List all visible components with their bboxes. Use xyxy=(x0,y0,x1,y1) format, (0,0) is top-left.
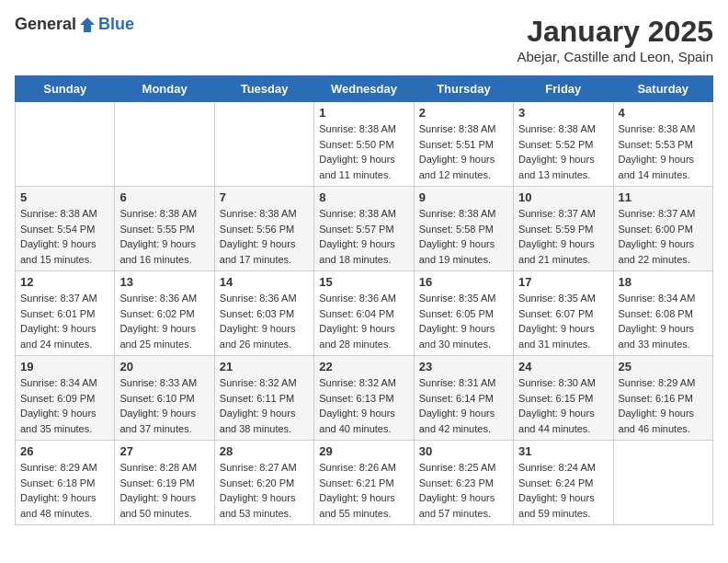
day-info-line: Sunrise: 8:31 AM xyxy=(419,375,508,391)
day-info-line: Sunrise: 8:38 AM xyxy=(220,206,309,222)
day-info-line: Sunrise: 8:38 AM xyxy=(518,121,608,137)
day-info: Sunrise: 8:37 AMSunset: 6:01 PMDaylight:… xyxy=(20,291,109,351)
day-number: 1 xyxy=(319,106,408,120)
day-info-line: Sunrise: 8:29 AM xyxy=(619,375,708,391)
day-info-line: Sunset: 6:20 PM xyxy=(220,476,309,491)
day-number: 11 xyxy=(619,190,708,204)
day-info-line: Sunset: 6:07 PM xyxy=(518,306,608,322)
day-info-line: Sunrise: 8:30 AM xyxy=(518,375,608,391)
calendar-week-1: 1Sunrise: 8:38 AMSunset: 5:50 PMDaylight… xyxy=(16,102,713,187)
day-info-line: Sunrise: 8:32 AM xyxy=(319,375,408,391)
day-info-line: Daylight: 9 hours and 46 minutes. xyxy=(619,406,708,436)
logo-general: General xyxy=(15,15,76,34)
day-info-line: Sunset: 6:04 PM xyxy=(319,306,408,322)
day-info: Sunrise: 8:27 AMSunset: 6:20 PMDaylight:… xyxy=(220,460,309,521)
day-info: Sunrise: 8:36 AMSunset: 6:04 PMDaylight:… xyxy=(319,291,408,351)
calendar-cell xyxy=(613,441,712,525)
day-info: Sunrise: 8:30 AMSunset: 6:15 PMDaylight:… xyxy=(518,375,608,436)
day-info-line: Sunrise: 8:38 AM xyxy=(619,121,708,137)
calendar-body: 1Sunrise: 8:38 AMSunset: 5:50 PMDaylight… xyxy=(16,102,713,525)
day-info-line: Daylight: 9 hours and 57 minutes. xyxy=(419,490,508,521)
day-info-line: Sunrise: 8:36 AM xyxy=(220,291,309,306)
day-number: 18 xyxy=(619,275,708,289)
day-info-line: Daylight: 9 hours and 31 minutes. xyxy=(518,321,608,351)
calendar-cell: 5Sunrise: 8:38 AMSunset: 5:54 PMDaylight… xyxy=(16,187,115,271)
day-info-line: Daylight: 9 hours and 44 minutes. xyxy=(518,406,608,436)
day-info-line: Daylight: 9 hours and 30 minutes. xyxy=(419,321,508,351)
day-number: 14 xyxy=(220,275,309,289)
day-info-line: Sunset: 6:03 PM xyxy=(220,306,309,322)
day-info-line: Sunrise: 8:34 AM xyxy=(619,291,708,306)
calendar-cell: 4Sunrise: 8:38 AMSunset: 5:53 PMDaylight… xyxy=(613,102,712,187)
calendar-cell: 30Sunrise: 8:25 AMSunset: 6:23 PMDayligh… xyxy=(414,441,513,525)
day-info-line: Daylight: 9 hours and 24 minutes. xyxy=(20,321,109,351)
day-info-line: Sunrise: 8:26 AM xyxy=(319,460,408,476)
day-number: 12 xyxy=(20,275,109,289)
day-info: Sunrise: 8:38 AMSunset: 5:56 PMDaylight:… xyxy=(220,206,309,267)
day-info-line: Sunset: 5:50 PM xyxy=(319,137,408,153)
day-info-line: Daylight: 9 hours and 33 minutes. xyxy=(619,321,708,351)
day-info-line: Sunset: 6:19 PM xyxy=(119,476,209,491)
day-info-line: Daylight: 9 hours and 19 minutes. xyxy=(419,236,508,267)
day-number: 7 xyxy=(220,190,309,204)
day-info-line: Sunrise: 8:27 AM xyxy=(220,460,309,476)
day-info-line: Sunrise: 8:38 AM xyxy=(419,121,508,137)
day-info: Sunrise: 8:35 AMSunset: 6:05 PMDaylight:… xyxy=(419,291,508,351)
day-info-line: Daylight: 9 hours and 14 minutes. xyxy=(619,152,708,182)
day-info: Sunrise: 8:32 AMSunset: 6:11 PMDaylight:… xyxy=(220,375,309,436)
calendar-cell: 15Sunrise: 8:36 AMSunset: 6:04 PMDayligh… xyxy=(314,271,414,356)
day-info-line: Sunset: 5:55 PM xyxy=(119,222,209,237)
calendar-cell: 7Sunrise: 8:38 AMSunset: 5:56 PMDaylight… xyxy=(214,187,313,271)
day-info-line: Daylight: 9 hours and 28 minutes. xyxy=(319,321,408,351)
day-info: Sunrise: 8:38 AMSunset: 5:53 PMDaylight:… xyxy=(619,121,708,182)
day-info-line: Sunset: 5:59 PM xyxy=(518,222,608,237)
day-info-line: Daylight: 9 hours and 22 minutes. xyxy=(619,236,708,267)
calendar-cell: 17Sunrise: 8:35 AMSunset: 6:07 PMDayligh… xyxy=(514,271,613,356)
day-number: 9 xyxy=(419,190,508,204)
page-header: General Blue January 2025 Abejar, Castil… xyxy=(15,15,713,64)
calendar-header: SundayMondayTuesdayWednesdayThursdayFrid… xyxy=(16,76,713,102)
day-number: 23 xyxy=(419,360,508,373)
day-info-line: Daylight: 9 hours and 59 minutes. xyxy=(518,490,608,521)
main-title: January 2025 xyxy=(518,15,713,49)
calendar-cell: 24Sunrise: 8:30 AMSunset: 6:15 PMDayligh… xyxy=(514,356,613,441)
day-number: 25 xyxy=(619,360,708,373)
day-number: 15 xyxy=(319,275,408,289)
day-info: Sunrise: 8:34 AMSunset: 6:09 PMDaylight:… xyxy=(20,375,109,436)
subtitle: Abejar, Castille and Leon, Spain xyxy=(518,49,713,64)
day-number: 16 xyxy=(419,275,508,289)
day-info-line: Sunset: 6:09 PM xyxy=(20,391,109,407)
day-info-line: Sunset: 5:52 PM xyxy=(518,137,608,153)
day-info: Sunrise: 8:37 AMSunset: 5:59 PMDaylight:… xyxy=(518,206,608,267)
day-info: Sunrise: 8:32 AMSunset: 6:13 PMDaylight:… xyxy=(319,375,408,436)
day-number: 10 xyxy=(518,190,608,204)
day-info-line: Sunrise: 8:24 AM xyxy=(518,460,608,476)
day-number: 27 xyxy=(119,444,209,458)
day-number: 4 xyxy=(619,106,708,120)
calendar-cell: 10Sunrise: 8:37 AMSunset: 5:59 PMDayligh… xyxy=(514,187,613,271)
day-info-line: Sunrise: 8:33 AM xyxy=(119,375,209,391)
day-info-line: Sunrise: 8:37 AM xyxy=(20,291,109,306)
day-number: 28 xyxy=(220,444,309,458)
calendar-cell: 16Sunrise: 8:35 AMSunset: 6:05 PMDayligh… xyxy=(414,271,513,356)
day-info-line: Sunset: 5:56 PM xyxy=(220,222,309,237)
day-number: 6 xyxy=(119,190,209,204)
day-info: Sunrise: 8:38 AMSunset: 5:57 PMDaylight:… xyxy=(319,206,408,267)
day-info: Sunrise: 8:37 AMSunset: 6:00 PMDaylight:… xyxy=(619,206,708,267)
calendar-week-3: 12Sunrise: 8:37 AMSunset: 6:01 PMDayligh… xyxy=(16,271,713,356)
day-header-sunday: Sunday xyxy=(16,76,115,102)
day-info-line: Sunset: 5:54 PM xyxy=(20,222,109,237)
day-info-line: Sunset: 6:11 PM xyxy=(220,391,309,407)
logo-icon xyxy=(78,16,97,34)
logo-blue: Blue xyxy=(98,15,134,34)
day-info-line: Sunset: 6:23 PM xyxy=(419,476,508,491)
day-number: 31 xyxy=(518,444,608,458)
day-info-line: Daylight: 9 hours and 18 minutes. xyxy=(319,236,408,267)
day-info: Sunrise: 8:25 AMSunset: 6:23 PMDaylight:… xyxy=(419,460,508,521)
day-number: 20 xyxy=(119,360,209,373)
day-info-line: Sunrise: 8:34 AM xyxy=(20,375,109,391)
day-info-line: Daylight: 9 hours and 26 minutes. xyxy=(220,321,309,351)
day-info: Sunrise: 8:38 AMSunset: 5:55 PMDaylight:… xyxy=(119,206,209,267)
day-info-line: Daylight: 9 hours and 37 minutes. xyxy=(119,406,209,436)
day-info-line: Daylight: 9 hours and 11 minutes. xyxy=(319,152,408,182)
